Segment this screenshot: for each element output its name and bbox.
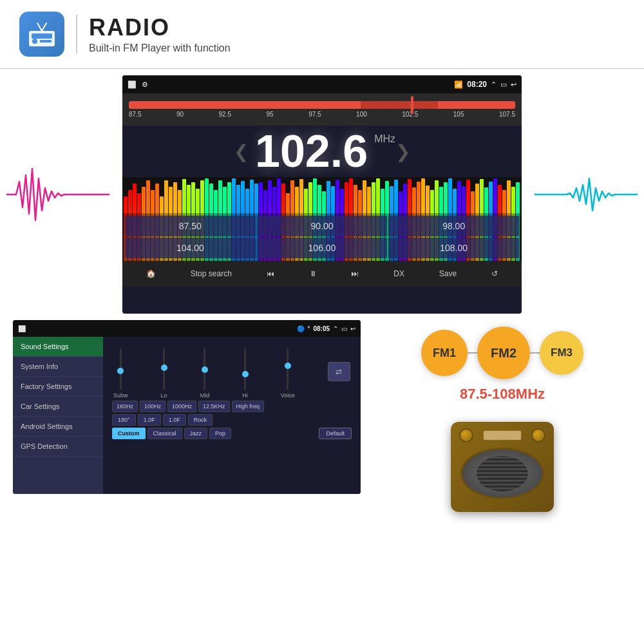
freq-next-arrow[interactable]: ❯ xyxy=(395,141,410,162)
prev-button[interactable]: ⏮ xyxy=(267,269,274,278)
settings-icon: ⚙ xyxy=(142,80,148,89)
signal-icon: 📶 xyxy=(454,80,463,89)
freq-number: 102.6 xyxy=(255,126,368,177)
freq-display: ❮ 102.6 MHz ❯ xyxy=(122,126,522,177)
val-btn-1f-1[interactable]: 1.0F xyxy=(138,414,161,426)
page-title: RADIO xyxy=(89,14,231,41)
freq-btn-highfreq[interactable]: High freq xyxy=(232,401,265,412)
svg-line-5 xyxy=(42,23,46,31)
settings-time: 08:05 xyxy=(313,325,330,332)
eq-slider-voice: Voice xyxy=(281,348,295,399)
sidebar-item-factory-settings[interactable]: Factory Settings xyxy=(13,377,103,397)
sidebar-item-sound-settings[interactable]: Sound Settings xyxy=(13,337,103,357)
freq-btn-160hz[interactable]: 160Hz xyxy=(112,401,138,412)
hi-label: Hi xyxy=(242,392,248,399)
bluetooth-icon: 🔵 xyxy=(297,325,305,332)
default-button[interactable]: Default xyxy=(319,428,352,439)
fm1-bubble: FM1 xyxy=(421,330,468,376)
stop-search-button[interactable]: Stop search xyxy=(191,269,232,278)
window-icon: ▭ xyxy=(500,80,507,89)
dx-button[interactable]: DX xyxy=(393,269,404,278)
settings-body: Sound Settings System Info Factory Setti… xyxy=(13,337,361,494)
fm2-bubble: FM2 xyxy=(477,327,530,379)
freq-bar: 87.5 90 92.5 95 97.5 100 102.5 105 107.5 xyxy=(122,93,522,126)
control-bar: 🏠 Stop search ⏮ ⏸ ⏭ DX Save ↺ xyxy=(122,261,522,287)
expand-icon: ⌃ xyxy=(491,80,497,89)
eq-slider-lo: Lo xyxy=(161,348,167,399)
status-bar-left: ⬜ ⚙ xyxy=(128,80,148,89)
speaker-grill xyxy=(477,456,528,491)
freq-marker xyxy=(411,96,413,114)
radio-back-button[interactable]: ↺ xyxy=(491,269,498,278)
mid-label: Mid xyxy=(200,392,210,399)
time-display: 08:20 xyxy=(467,80,487,89)
subw-knob[interactable] xyxy=(117,368,124,374)
eq-slider-hi: Hi xyxy=(242,348,248,399)
voice-knob[interactable] xyxy=(285,363,291,369)
wifi-icon: * xyxy=(308,325,310,332)
preset-item-1[interactable]: 87.50 xyxy=(125,216,256,236)
next-button[interactable]: ⏭ xyxy=(351,269,359,278)
preset-item-4[interactable]: 104.00 xyxy=(125,238,256,258)
wave-right xyxy=(535,156,638,233)
freq-btn-1000hz[interactable]: 1000Hz xyxy=(167,401,196,412)
style-btn-pop[interactable]: Pop xyxy=(209,428,231,439)
freq-prev-arrow[interactable]: ❮ xyxy=(234,141,249,162)
subw-label: Subw xyxy=(113,392,128,399)
val-buttons-row: 180° 1.0F 1.0F Rock xyxy=(107,414,357,426)
fm2-fm3-connector xyxy=(530,352,540,354)
stereo-button[interactable]: ⇄ xyxy=(328,362,350,381)
preset-item-3[interactable]: 98.00 xyxy=(388,216,519,236)
window-icon: ▭ xyxy=(341,325,347,332)
sidebar-item-android-settings[interactable]: Android Settings xyxy=(13,417,103,437)
fm1-fm2-connector xyxy=(468,352,477,354)
settings-status-right: 🔵 * 08:05 ⌃ ▭ ↩ xyxy=(297,325,355,332)
radio-knob-left xyxy=(459,428,473,442)
preset-item-2[interactable]: 90.00 xyxy=(257,216,388,236)
freq-btn-100hz[interactable]: 100Hz xyxy=(140,401,166,412)
radio-screen-wrapper: ⬜ ⚙ 📶 08:20 ⌃ ▭ ↩ 87.5 90 92.5 xyxy=(0,75,644,314)
android-radio-screen: ⬜ ⚙ 📶 08:20 ⌃ ▭ ↩ 87.5 90 92.5 xyxy=(122,75,522,314)
page-subtitle: Built-in FM Player with function xyxy=(89,43,231,54)
preset-item-6[interactable]: 108.00 xyxy=(388,238,519,258)
freq-btn-125khz[interactable]: 12.5KHz xyxy=(198,401,230,412)
radio-knob-right xyxy=(531,428,545,442)
eq-sliders-area: Subw Lo Mid xyxy=(107,341,357,399)
header: RADIO Built-in FM Player with function xyxy=(0,0,644,69)
play-pause-button[interactable]: ⏸ xyxy=(309,269,317,278)
freq-track xyxy=(129,101,515,109)
eq-slider-mid: Mid xyxy=(200,348,210,399)
home-button[interactable]: 🏠 xyxy=(146,269,156,278)
val-btn-1f-2[interactable]: 1.0F xyxy=(163,414,186,426)
save-button[interactable]: Save xyxy=(439,269,457,278)
lo-knob[interactable] xyxy=(161,365,167,371)
svg-line-4 xyxy=(37,23,42,31)
style-btn-jazz[interactable]: Jazz xyxy=(184,428,208,439)
hi-knob[interactable] xyxy=(242,371,249,377)
freq-labels: 87.5 90 92.5 95 97.5 100 102.5 105 107.5 xyxy=(129,111,515,118)
val-btn-180[interactable]: 180° xyxy=(112,414,136,426)
radio-display xyxy=(483,430,522,440)
mid-knob[interactable] xyxy=(202,366,208,373)
svg-rect-1 xyxy=(32,33,52,39)
settings-main-panel: Subw Lo Mid xyxy=(103,337,361,494)
sidebar-item-car-settings[interactable]: Car Settings xyxy=(13,397,103,417)
header-divider xyxy=(76,15,77,53)
status-bar-right: 📶 08:20 ⌃ ▭ ↩ xyxy=(454,80,516,89)
val-btn-rock[interactable]: Rock xyxy=(188,414,213,426)
preset-item-5[interactable]: 106.00 xyxy=(257,238,388,258)
eq-display: 87.50 90.00 98.00 104.00 106.00 108.00 xyxy=(122,177,522,261)
style-btn-custom[interactable]: Custom xyxy=(112,428,146,439)
back-icon: ↩ xyxy=(511,80,516,89)
fm-bubbles: FM1 FM2 FM3 xyxy=(421,327,583,379)
sidebar-item-system-info[interactable]: System Info xyxy=(13,357,103,377)
sidebar-item-gps-detection[interactable]: GPS Detection xyxy=(13,437,103,457)
style-btn-classical[interactable]: Classical xyxy=(147,428,182,439)
svg-point-2 xyxy=(32,39,37,44)
preset-grid: 87.50 90.00 98.00 104.00 106.00 108.00 xyxy=(122,213,522,261)
settings-sidebar: Sound Settings System Info Factory Setti… xyxy=(13,337,103,494)
freq-buttons-row: 160Hz 100Hz 1000Hz 12.5KHz High freq xyxy=(107,401,357,412)
expand-icon: ⌃ xyxy=(333,325,338,332)
freq-scale: 87.5 90 92.5 95 97.5 100 102.5 105 107.5 xyxy=(129,101,515,118)
freq-unit: MHz xyxy=(374,133,395,145)
